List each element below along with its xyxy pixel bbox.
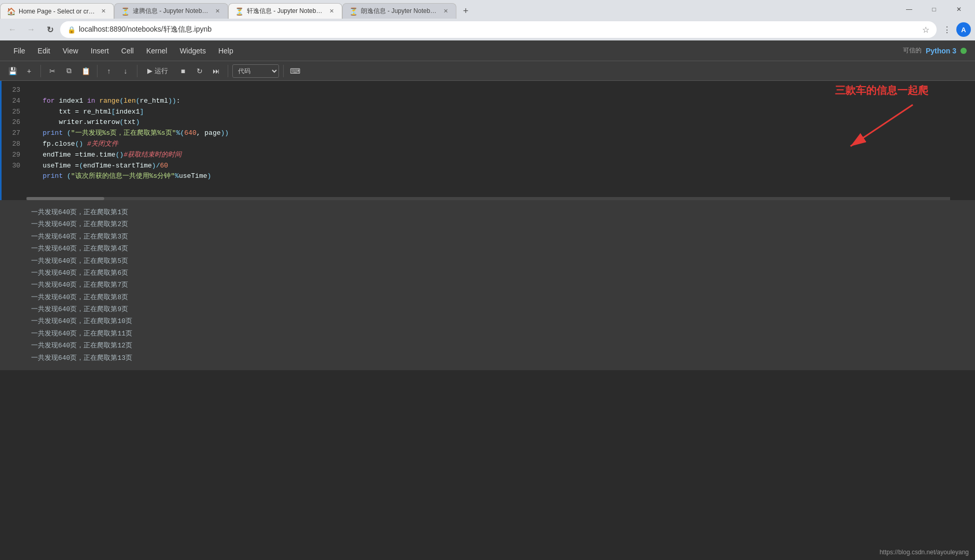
- trusted-label: 可信的: [903, 46, 922, 55]
- menu-cell[interactable]: Cell: [116, 45, 139, 57]
- extensions-button[interactable]: ⋮: [939, 21, 955, 38]
- maximize-button[interactable]: □: [922, 1, 946, 18]
- menu-insert[interactable]: Insert: [86, 45, 114, 57]
- tab-xuanyi-label: 轩逸信息 - Jupyter Notebook: [247, 7, 324, 16]
- output-line: 一共发现640页，正在爬取第11页: [31, 328, 944, 340]
- output-area: 一共发现640页，正在爬取第1页一共发现640页，正在爬取第2页一共发现640页…: [0, 200, 975, 370]
- move-up-icon[interactable]: ↑: [102, 64, 116, 78]
- tab-langyi[interactable]: ⏳ 朗逸信息 - Jupyter Notebook ✕: [342, 3, 456, 19]
- jupyter-body: 2324252627282930 for index1 in range(len…: [0, 81, 975, 560]
- window-controls: — □ ✕: [893, 0, 975, 19]
- output-line: 一共发现640页，正在爬取第10页: [31, 315, 944, 327]
- forward-button[interactable]: →: [23, 21, 39, 38]
- output-line: 一共发现640页，正在爬取第2页: [31, 218, 944, 230]
- tab-suyun-close[interactable]: ✕: [213, 7, 221, 16]
- menu-view[interactable]: View: [58, 45, 83, 57]
- menu-file[interactable]: File: [8, 45, 31, 57]
- output-line: 一共发现640页，正在爬取第1页: [31, 206, 944, 218]
- hourglass-icon-1: ⏳: [121, 7, 130, 16]
- minimize-button[interactable]: —: [897, 1, 921, 18]
- kernel-indicator: [960, 48, 967, 54]
- tab-home-close[interactable]: ✕: [99, 7, 107, 16]
- code-cell[interactable]: 2324252627282930 for index1 in range(len…: [0, 81, 975, 200]
- tab-home[interactable]: 🏠 Home Page - Select or create ✕: [0, 3, 114, 19]
- output-line: 一共发现640页，正在爬取第5页: [31, 255, 944, 267]
- tab-xuanyi-close[interactable]: ✕: [327, 7, 336, 16]
- tab-suyun[interactable]: ⏳ 逮腾信息 - Jupyter Notebook ✕: [114, 3, 228, 19]
- tab-suyun-label: 逮腾信息 - Jupyter Notebook: [133, 7, 210, 16]
- run-button[interactable]: ▶ 运行: [142, 64, 174, 78]
- url-bar[interactable]: 🔒 localhost:8890/notebooks/轩逸信息.ipynb ☆: [60, 21, 937, 38]
- kernel-name: Python 3: [926, 47, 956, 55]
- profile-button[interactable]: A: [956, 22, 971, 37]
- restart-icon[interactable]: ↻: [192, 64, 207, 78]
- toolbar-sep-4: [228, 65, 228, 77]
- tab-langyi-label: 朗逸信息 - Jupyter Notebook: [361, 7, 438, 16]
- home-icon: 🏠: [7, 7, 16, 16]
- toolbar-sep-2: [97, 65, 97, 77]
- output-line: 一共发现640页，正在爬取第12页: [31, 340, 944, 352]
- save-icon[interactable]: 💾: [5, 64, 20, 78]
- toolbar-right: ⋮ A: [939, 21, 971, 38]
- back-button[interactable]: ←: [4, 21, 21, 38]
- keyboard-icon[interactable]: ⌨: [288, 64, 302, 78]
- code-content: for index1 in range(len(re_html)): txt =…: [26, 81, 975, 197]
- tab-home-label: Home Page - Select or create: [19, 8, 96, 15]
- output-line: 一共发现640页，正在爬取第9页: [31, 303, 944, 315]
- hourglass-icon-2: ⏳: [235, 7, 244, 16]
- toolbar-sep-5: [283, 65, 284, 77]
- cell-type-select[interactable]: 代码 Markdown Raw: [232, 64, 279, 78]
- line-numbers: 2324252627282930: [2, 81, 26, 197]
- jupyter-toolbar: 💾 + ✂ ⧉ 📋 ↑ ↓ ▶ 运行 ■ ↻ ⏭ 代码 Markdown Raw…: [0, 61, 975, 81]
- bookmark-icon[interactable]: ☆: [922, 25, 929, 35]
- url-text: localhost:8890/notebooks/轩逸信息.ipynb: [79, 25, 919, 34]
- address-bar: ← → ↻ 🔒 localhost:8890/notebooks/轩逸信息.ip…: [0, 19, 975, 40]
- menu-widgets[interactable]: Widgets: [174, 45, 211, 57]
- output-line: 一共发现640页，正在爬取第6页: [31, 267, 944, 279]
- output-line: 一共发现640页，正在爬取第3页: [31, 231, 944, 243]
- toolbar-sep-3: [137, 65, 137, 77]
- run-label: 运行: [155, 66, 168, 76]
- title-bar: 🏠 Home Page - Select or create ✕ ⏳ 逮腾信息 …: [0, 0, 975, 19]
- close-button[interactable]: ✕: [947, 1, 971, 18]
- menu-edit[interactable]: Edit: [33, 45, 55, 57]
- tab-xuanyi[interactable]: ⏳ 轩逸信息 - Jupyter Notebook ✕: [228, 3, 342, 19]
- copy-icon[interactable]: ⧉: [62, 64, 76, 78]
- output-line: 一共发现640页，正在爬取第4页: [31, 243, 944, 255]
- toolbar-sep-1: [40, 65, 41, 77]
- website-link: https://blog.csdn.net/ayouleyang: [880, 549, 969, 556]
- output-line: 一共发现640页，正在爬取第8页: [31, 291, 944, 303]
- tab-bar: 🏠 Home Page - Select or create ✕ ⏳ 逮腾信息 …: [0, 0, 893, 19]
- menu-help[interactable]: Help: [213, 45, 239, 57]
- output-line: 一共发现640页，正在爬取第13页: [31, 352, 944, 364]
- cut-icon[interactable]: ✂: [45, 64, 60, 78]
- code-area: 2324252627282930 for index1 in range(len…: [2, 81, 975, 197]
- lock-icon: 🔒: [67, 26, 76, 34]
- move-down-icon[interactable]: ↓: [118, 64, 133, 78]
- output-line: 一共发现640页，正在爬取第7页: [31, 279, 944, 291]
- new-tab-button[interactable]: +: [458, 4, 473, 18]
- paste-icon[interactable]: 📋: [78, 64, 93, 78]
- kernel-status: 可信的 Python 3: [903, 46, 967, 55]
- refresh-button[interactable]: ↻: [41, 21, 58, 38]
- restart-run-icon[interactable]: ⏭: [209, 64, 224, 78]
- add-cell-icon[interactable]: +: [22, 64, 36, 78]
- hourglass-icon-3: ⏳: [349, 7, 358, 16]
- run-icon: ▶: [147, 67, 152, 75]
- menu-kernel[interactable]: Kernel: [141, 45, 172, 57]
- jupyter-menubar: File Edit View Insert Cell Kernel Widget…: [0, 40, 975, 61]
- tab-langyi-close[interactable]: ✕: [441, 7, 450, 16]
- jupyter-container: File Edit View Insert Cell Kernel Widget…: [0, 40, 975, 560]
- interrupt-icon[interactable]: ■: [176, 64, 190, 78]
